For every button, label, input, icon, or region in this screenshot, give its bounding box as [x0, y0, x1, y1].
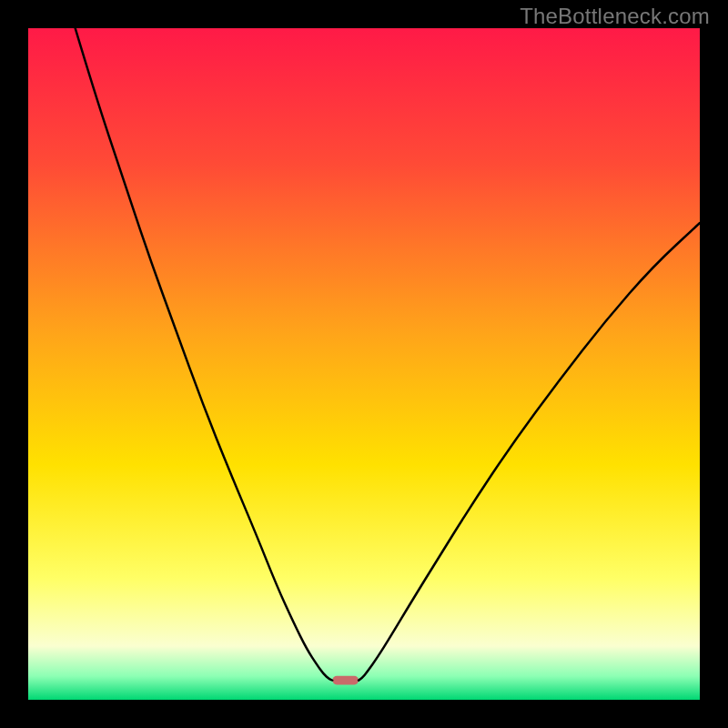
plot-area: [28, 28, 700, 700]
bottom-marker: [332, 676, 359, 685]
figure-root: TheBottleneck.com: [0, 0, 728, 728]
chart-svg: [28, 28, 700, 700]
gradient-background: [28, 28, 700, 700]
attribution-label: TheBottleneck.com: [520, 4, 710, 29]
